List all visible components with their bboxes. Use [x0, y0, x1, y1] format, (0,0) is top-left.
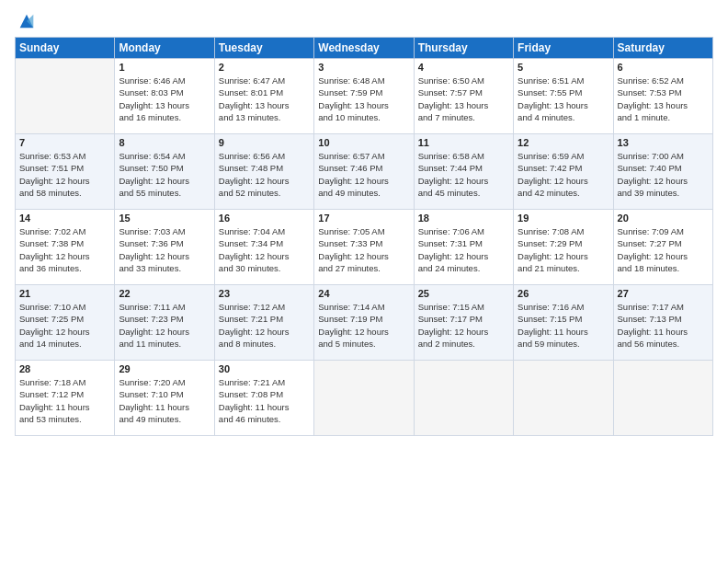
- calendar-week-row: 7Sunrise: 6:53 AM Sunset: 7:51 PM Daylig…: [16, 134, 713, 210]
- table-row: 29Sunrise: 7:20 AM Sunset: 7:10 PM Dayli…: [115, 361, 214, 436]
- day-info: Sunrise: 7:05 AM Sunset: 7:33 PM Dayligh…: [318, 225, 409, 274]
- table-row: [314, 361, 414, 436]
- col-wednesday: Wednesday: [314, 38, 414, 59]
- table-row: [16, 59, 115, 134]
- day-number: 21: [19, 288, 110, 299]
- table-row: 12Sunrise: 6:59 AM Sunset: 7:42 PM Dayli…: [514, 134, 613, 210]
- day-info: Sunrise: 6:53 AM Sunset: 7:51 PM Dayligh…: [19, 150, 110, 199]
- day-number: 5: [518, 62, 609, 73]
- day-number: 26: [518, 288, 609, 299]
- col-tuesday: Tuesday: [214, 38, 313, 59]
- table-row: [613, 361, 712, 436]
- table-row: 24Sunrise: 7:14 AM Sunset: 7:19 PM Dayli…: [314, 285, 414, 361]
- day-info: Sunrise: 6:57 AM Sunset: 7:46 PM Dayligh…: [318, 150, 409, 199]
- logo: [15, 15, 37, 31]
- table-row: 10Sunrise: 6:57 AM Sunset: 7:46 PM Dayli…: [314, 134, 414, 210]
- day-number: 8: [119, 137, 210, 148]
- day-number: 19: [518, 213, 609, 224]
- day-number: 4: [418, 62, 509, 73]
- day-info: Sunrise: 6:46 AM Sunset: 8:03 PM Dayligh…: [119, 75, 210, 123]
- day-number: 28: [19, 363, 110, 374]
- day-info: Sunrise: 7:06 AM Sunset: 7:31 PM Dayligh…: [418, 225, 509, 274]
- day-number: 27: [618, 288, 709, 299]
- day-number: 17: [318, 213, 409, 224]
- day-number: 23: [219, 288, 310, 299]
- day-number: 15: [119, 213, 210, 224]
- day-info: Sunrise: 7:21 AM Sunset: 7:08 PM Dayligh…: [219, 376, 310, 425]
- day-number: 2: [219, 62, 310, 73]
- table-row: 15Sunrise: 7:03 AM Sunset: 7:36 PM Dayli…: [115, 210, 214, 285]
- day-info: Sunrise: 6:54 AM Sunset: 7:50 PM Dayligh…: [119, 150, 210, 199]
- table-row: 7Sunrise: 6:53 AM Sunset: 7:51 PM Daylig…: [16, 134, 115, 210]
- day-info: Sunrise: 7:02 AM Sunset: 7:38 PM Dayligh…: [19, 225, 110, 274]
- table-row: 13Sunrise: 7:00 AM Sunset: 7:40 PM Dayli…: [613, 134, 712, 210]
- table-row: 17Sunrise: 7:05 AM Sunset: 7:33 PM Dayli…: [314, 210, 414, 285]
- day-number: 13: [618, 137, 709, 148]
- table-row: 23Sunrise: 7:12 AM Sunset: 7:21 PM Dayli…: [214, 285, 313, 361]
- day-number: 6: [618, 62, 709, 73]
- table-row: 19Sunrise: 7:08 AM Sunset: 7:29 PM Dayli…: [514, 210, 613, 285]
- table-row: 28Sunrise: 7:18 AM Sunset: 7:12 PM Dayli…: [16, 361, 115, 436]
- day-number: 7: [19, 137, 110, 148]
- col-sunday: Sunday: [16, 38, 115, 59]
- table-row: 5Sunrise: 6:51 AM Sunset: 7:55 PM Daylig…: [514, 59, 613, 134]
- day-info: Sunrise: 7:15 AM Sunset: 7:17 PM Dayligh…: [418, 301, 509, 350]
- day-number: 20: [618, 213, 709, 224]
- day-info: Sunrise: 7:08 AM Sunset: 7:29 PM Dayligh…: [518, 225, 609, 274]
- day-number: 1: [119, 62, 210, 73]
- calendar-week-row: 14Sunrise: 7:02 AM Sunset: 7:38 PM Dayli…: [16, 210, 713, 285]
- day-number: 14: [19, 213, 110, 224]
- day-number: 16: [219, 213, 310, 224]
- table-row: 22Sunrise: 7:11 AM Sunset: 7:23 PM Dayli…: [115, 285, 214, 361]
- day-info: Sunrise: 7:18 AM Sunset: 7:12 PM Dayligh…: [19, 376, 110, 425]
- day-info: Sunrise: 7:14 AM Sunset: 7:19 PM Dayligh…: [318, 301, 409, 350]
- day-number: 25: [418, 288, 509, 299]
- day-number: 24: [318, 288, 409, 299]
- day-number: 29: [119, 363, 210, 374]
- day-info: Sunrise: 7:03 AM Sunset: 7:36 PM Dayligh…: [119, 225, 210, 274]
- day-info: Sunrise: 6:50 AM Sunset: 7:57 PM Dayligh…: [418, 75, 509, 123]
- day-info: Sunrise: 7:11 AM Sunset: 7:23 PM Dayligh…: [119, 301, 210, 350]
- calendar-week-row: 28Sunrise: 7:18 AM Sunset: 7:12 PM Dayli…: [16, 361, 713, 436]
- table-row: 4Sunrise: 6:50 AM Sunset: 7:57 PM Daylig…: [414, 59, 513, 134]
- day-info: Sunrise: 6:56 AM Sunset: 7:48 PM Dayligh…: [219, 150, 310, 199]
- table-row: 8Sunrise: 6:54 AM Sunset: 7:50 PM Daylig…: [115, 134, 214, 210]
- day-number: 3: [318, 62, 409, 73]
- calendar-header-row: Sunday Monday Tuesday Wednesday Thursday…: [16, 38, 713, 59]
- header: [15, 11, 713, 31]
- day-number: 10: [318, 137, 409, 148]
- day-info: Sunrise: 6:51 AM Sunset: 7:55 PM Dayligh…: [518, 75, 609, 123]
- day-info: Sunrise: 7:10 AM Sunset: 7:25 PM Dayligh…: [19, 301, 110, 350]
- table-row: 3Sunrise: 6:48 AM Sunset: 7:59 PM Daylig…: [314, 59, 414, 134]
- day-info: Sunrise: 6:47 AM Sunset: 8:01 PM Dayligh…: [219, 75, 310, 123]
- table-row: [414, 361, 513, 436]
- day-number: 12: [518, 137, 609, 148]
- day-info: Sunrise: 7:16 AM Sunset: 7:15 PM Dayligh…: [518, 301, 609, 350]
- day-info: Sunrise: 7:20 AM Sunset: 7:10 PM Dayligh…: [119, 376, 210, 425]
- table-row: 20Sunrise: 7:09 AM Sunset: 7:27 PM Dayli…: [613, 210, 712, 285]
- day-info: Sunrise: 7:04 AM Sunset: 7:34 PM Dayligh…: [219, 225, 310, 274]
- table-row: [514, 361, 613, 436]
- table-row: 25Sunrise: 7:15 AM Sunset: 7:17 PM Dayli…: [414, 285, 513, 361]
- day-info: Sunrise: 6:52 AM Sunset: 7:53 PM Dayligh…: [618, 75, 709, 123]
- calendar-week-row: 21Sunrise: 7:10 AM Sunset: 7:25 PM Dayli…: [16, 285, 713, 361]
- page: Sunday Monday Tuesday Wednesday Thursday…: [0, 0, 728, 563]
- col-friday: Friday: [514, 38, 613, 59]
- day-info: Sunrise: 7:17 AM Sunset: 7:13 PM Dayligh…: [618, 301, 709, 350]
- day-info: Sunrise: 6:48 AM Sunset: 7:59 PM Dayligh…: [318, 75, 409, 123]
- table-row: 16Sunrise: 7:04 AM Sunset: 7:34 PM Dayli…: [214, 210, 313, 285]
- table-row: 2Sunrise: 6:47 AM Sunset: 8:01 PM Daylig…: [214, 59, 313, 134]
- col-monday: Monday: [115, 38, 214, 59]
- day-number: 9: [219, 137, 310, 148]
- table-row: 14Sunrise: 7:02 AM Sunset: 7:38 PM Dayli…: [16, 210, 115, 285]
- logo-icon: [17, 11, 37, 31]
- table-row: 11Sunrise: 6:58 AM Sunset: 7:44 PM Dayli…: [414, 134, 513, 210]
- day-number: 18: [418, 213, 509, 224]
- day-info: Sunrise: 7:12 AM Sunset: 7:21 PM Dayligh…: [219, 301, 310, 350]
- day-info: Sunrise: 7:09 AM Sunset: 7:27 PM Dayligh…: [618, 225, 709, 274]
- table-row: 9Sunrise: 6:56 AM Sunset: 7:48 PM Daylig…: [214, 134, 313, 210]
- table-row: 6Sunrise: 6:52 AM Sunset: 7:53 PM Daylig…: [613, 59, 712, 134]
- day-info: Sunrise: 7:00 AM Sunset: 7:40 PM Dayligh…: [618, 150, 709, 199]
- calendar-week-row: 1Sunrise: 6:46 AM Sunset: 8:03 PM Daylig…: [16, 59, 713, 134]
- col-thursday: Thursday: [414, 38, 513, 59]
